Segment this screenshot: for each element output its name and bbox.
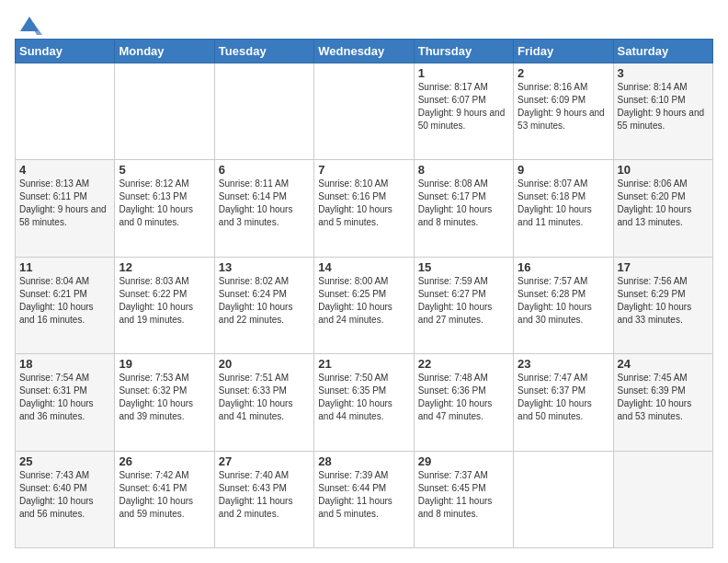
day-number: 26 xyxy=(119,454,210,468)
day-info: Sunrise: 8:13 AM Sunset: 6:11 PM Dayligh… xyxy=(19,178,110,229)
weekday-header-wednesday: Wednesday xyxy=(314,40,414,63)
calendar-table: SundayMondayTuesdayWednesdayThursdayFrid… xyxy=(15,39,713,548)
day-info: Sunrise: 8:12 AM Sunset: 6:13 PM Dayligh… xyxy=(119,178,210,229)
calendar-cell: 15Sunrise: 7:59 AM Sunset: 6:27 PM Dayli… xyxy=(414,257,513,353)
weekday-header-tuesday: Tuesday xyxy=(214,40,313,63)
day-info: Sunrise: 7:45 AM Sunset: 6:39 PM Dayligh… xyxy=(618,372,709,423)
day-info: Sunrise: 7:48 AM Sunset: 6:36 PM Dayligh… xyxy=(418,372,509,423)
day-number: 13 xyxy=(219,260,310,274)
day-info: Sunrise: 7:39 AM Sunset: 6:44 PM Dayligh… xyxy=(318,469,409,521)
weekday-header-monday: Monday xyxy=(115,40,214,63)
calendar-cell: 7Sunrise: 8:10 AM Sunset: 6:16 PM Daylig… xyxy=(314,160,414,257)
calendar-cell: 20Sunrise: 7:51 AM Sunset: 6:33 PM Dayli… xyxy=(214,354,313,451)
calendar-cell: 22Sunrise: 7:48 AM Sunset: 6:36 PM Dayli… xyxy=(414,354,513,451)
calendar-cell xyxy=(514,451,613,547)
day-info: Sunrise: 8:02 AM Sunset: 6:24 PM Dayligh… xyxy=(219,275,310,327)
day-info: Sunrise: 7:40 AM Sunset: 6:43 PM Dayligh… xyxy=(219,469,310,521)
header xyxy=(15,15,713,31)
calendar-cell: 29Sunrise: 7:37 AM Sunset: 6:45 PM Dayli… xyxy=(414,451,513,547)
calendar-cell: 16Sunrise: 7:57 AM Sunset: 6:28 PM Dayli… xyxy=(514,257,613,353)
day-number: 9 xyxy=(518,163,609,177)
day-info: Sunrise: 8:00 AM Sunset: 6:25 PM Dayligh… xyxy=(318,275,409,327)
day-number: 2 xyxy=(518,66,609,80)
day-number: 16 xyxy=(518,260,609,274)
calendar-cell: 11Sunrise: 8:04 AM Sunset: 6:21 PM Dayli… xyxy=(16,257,115,353)
calendar-cell xyxy=(16,63,115,160)
weekday-header-friday: Friday xyxy=(514,40,613,63)
weekday-header-thursday: Thursday xyxy=(414,40,513,63)
calendar-cell: 12Sunrise: 8:03 AM Sunset: 6:22 PM Dayli… xyxy=(115,257,214,353)
day-info: Sunrise: 8:08 AM Sunset: 6:17 PM Dayligh… xyxy=(418,178,509,229)
day-info: Sunrise: 8:03 AM Sunset: 6:22 PM Dayligh… xyxy=(119,275,210,327)
day-number: 4 xyxy=(19,163,110,177)
page: SundayMondayTuesdayWednesdayThursdayFrid… xyxy=(0,0,728,563)
calendar-cell xyxy=(214,63,313,160)
calendar-cell: 13Sunrise: 8:02 AM Sunset: 6:24 PM Dayli… xyxy=(214,257,313,353)
day-number: 28 xyxy=(318,454,409,468)
calendar-cell: 17Sunrise: 7:56 AM Sunset: 6:29 PM Dayli… xyxy=(613,257,712,353)
day-number: 22 xyxy=(418,357,509,371)
day-info: Sunrise: 7:57 AM Sunset: 6:28 PM Dayligh… xyxy=(518,275,609,327)
calendar-cell xyxy=(115,63,214,160)
day-number: 11 xyxy=(19,260,110,274)
calendar-cell: 1Sunrise: 8:17 AM Sunset: 6:07 PM Daylig… xyxy=(414,63,513,160)
calendar-cell: 28Sunrise: 7:39 AM Sunset: 6:44 PM Dayli… xyxy=(314,451,414,547)
day-number: 27 xyxy=(219,454,310,468)
day-info: Sunrise: 7:43 AM Sunset: 6:40 PM Dayligh… xyxy=(19,469,110,521)
day-number: 19 xyxy=(119,357,210,371)
day-info: Sunrise: 7:59 AM Sunset: 6:27 PM Dayligh… xyxy=(418,275,509,327)
day-info: Sunrise: 8:10 AM Sunset: 6:16 PM Dayligh… xyxy=(318,178,409,229)
calendar-cell: 27Sunrise: 7:40 AM Sunset: 6:43 PM Dayli… xyxy=(214,451,313,547)
calendar-cell: 24Sunrise: 7:45 AM Sunset: 6:39 PM Dayli… xyxy=(613,354,712,451)
day-number: 1 xyxy=(418,66,509,80)
day-number: 25 xyxy=(19,454,110,468)
calendar-cell: 18Sunrise: 7:54 AM Sunset: 6:31 PM Dayli… xyxy=(16,354,115,451)
day-info: Sunrise: 8:17 AM Sunset: 6:07 PM Dayligh… xyxy=(418,81,509,132)
day-info: Sunrise: 7:56 AM Sunset: 6:29 PM Dayligh… xyxy=(618,275,709,327)
weekday-header-sunday: Sunday xyxy=(16,40,115,63)
day-number: 18 xyxy=(19,357,110,371)
day-info: Sunrise: 7:47 AM Sunset: 6:37 PM Dayligh… xyxy=(518,372,609,423)
day-info: Sunrise: 7:51 AM Sunset: 6:33 PM Dayligh… xyxy=(219,372,310,423)
day-number: 3 xyxy=(618,66,709,80)
day-info: Sunrise: 8:14 AM Sunset: 6:10 PM Dayligh… xyxy=(618,81,709,132)
calendar-cell: 25Sunrise: 7:43 AM Sunset: 6:40 PM Dayli… xyxy=(16,451,115,547)
calendar-cell: 19Sunrise: 7:53 AM Sunset: 6:32 PM Dayli… xyxy=(115,354,214,451)
logo xyxy=(15,15,42,31)
calendar-cell: 3Sunrise: 8:14 AM Sunset: 6:10 PM Daylig… xyxy=(613,63,712,160)
day-info: Sunrise: 8:06 AM Sunset: 6:20 PM Dayligh… xyxy=(618,178,709,229)
calendar-cell: 23Sunrise: 7:47 AM Sunset: 6:37 PM Dayli… xyxy=(514,354,613,451)
calendar-cell: 4Sunrise: 8:13 AM Sunset: 6:11 PM Daylig… xyxy=(16,160,115,257)
day-info: Sunrise: 7:50 AM Sunset: 6:35 PM Dayligh… xyxy=(318,372,409,423)
calendar-cell: 26Sunrise: 7:42 AM Sunset: 6:41 PM Dayli… xyxy=(115,451,214,547)
day-number: 24 xyxy=(618,357,709,371)
day-number: 8 xyxy=(418,163,509,177)
day-info: Sunrise: 8:11 AM Sunset: 6:14 PM Dayligh… xyxy=(219,178,310,229)
day-number: 5 xyxy=(119,163,210,177)
day-number: 17 xyxy=(618,260,709,274)
logo-icon xyxy=(17,15,42,35)
calendar-cell: 2Sunrise: 8:16 AM Sunset: 6:09 PM Daylig… xyxy=(514,63,613,160)
day-info: Sunrise: 8:16 AM Sunset: 6:09 PM Dayligh… xyxy=(518,81,609,132)
day-number: 7 xyxy=(318,163,409,177)
day-number: 6 xyxy=(219,163,310,177)
day-number: 21 xyxy=(318,357,409,371)
day-info: Sunrise: 7:42 AM Sunset: 6:41 PM Dayligh… xyxy=(119,469,210,521)
day-number: 12 xyxy=(119,260,210,274)
calendar-cell: 6Sunrise: 8:11 AM Sunset: 6:14 PM Daylig… xyxy=(214,160,313,257)
logo-text xyxy=(15,15,42,31)
weekday-header-saturday: Saturday xyxy=(613,40,712,63)
calendar-cell: 10Sunrise: 8:06 AM Sunset: 6:20 PM Dayli… xyxy=(613,160,712,257)
calendar-cell: 14Sunrise: 8:00 AM Sunset: 6:25 PM Dayli… xyxy=(314,257,414,353)
day-info: Sunrise: 7:54 AM Sunset: 6:31 PM Dayligh… xyxy=(19,372,110,423)
calendar-cell xyxy=(613,451,712,547)
day-info: Sunrise: 7:53 AM Sunset: 6:32 PM Dayligh… xyxy=(119,372,210,423)
calendar-cell: 5Sunrise: 8:12 AM Sunset: 6:13 PM Daylig… xyxy=(115,160,214,257)
day-info: Sunrise: 8:04 AM Sunset: 6:21 PM Dayligh… xyxy=(19,275,110,327)
day-number: 14 xyxy=(318,260,409,274)
calendar-cell: 9Sunrise: 8:07 AM Sunset: 6:18 PM Daylig… xyxy=(514,160,613,257)
day-number: 23 xyxy=(518,357,609,371)
day-number: 15 xyxy=(418,260,509,274)
calendar-cell xyxy=(314,63,414,160)
day-info: Sunrise: 8:07 AM Sunset: 6:18 PM Dayligh… xyxy=(518,178,609,229)
